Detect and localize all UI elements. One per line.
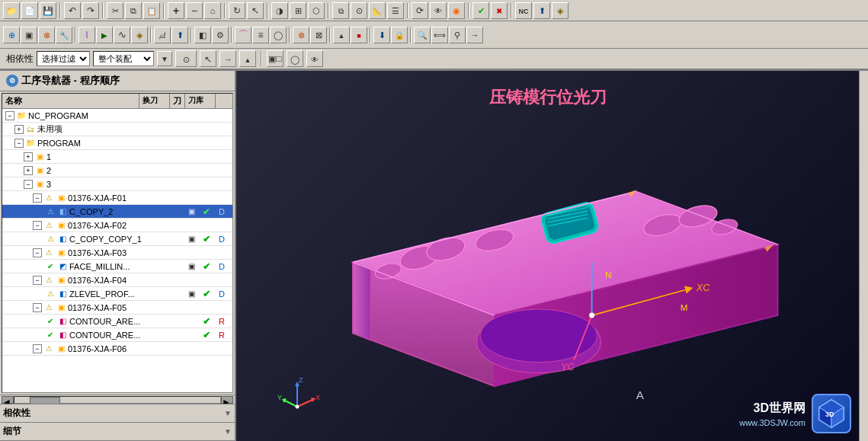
sim-btn[interactable] — [552, 2, 569, 19]
detail-panel[interactable]: 细节 ▼ — [0, 423, 235, 441]
zoom-in-btn[interactable] — [168, 2, 184, 19]
expander[interactable]: − — [33, 303, 42, 312]
gen-all-btn[interactable] — [333, 27, 350, 43]
frame-btn[interactable]: □ — [267, 50, 283, 67]
create-tool-btn[interactable] — [38, 27, 55, 43]
cursor3-btn[interactable] — [239, 50, 256, 67]
shaded-btn[interactable] — [271, 2, 288, 19]
create-op-btn[interactable] — [3, 27, 20, 43]
extra3-btn[interactable] — [449, 27, 466, 43]
redo-btn[interactable] — [82, 2, 99, 19]
props-btn[interactable] — [387, 2, 404, 19]
expander[interactable]: + — [24, 152, 33, 161]
extra4-btn[interactable] — [466, 27, 483, 43]
rotate-btn[interactable] — [229, 2, 245, 19]
scroll-track[interactable] — [14, 396, 221, 404]
wireframe-btn[interactable] — [290, 2, 306, 19]
tree-row[interactable]: ✔ ◧ CONTOUR_ARE... ✔ R — [2, 328, 232, 342]
tree-row[interactable]: − ⚠ ▣ 01376-XJA-F01 — [2, 191, 232, 205]
tree-content[interactable]: − 📁 NC_PROGRAM + 🗂 未用项 − 📁 PROGRAM — [2, 109, 232, 391]
nc-output-btn[interactable] — [171, 27, 188, 43]
tree-row[interactable]: + 🗂 未用项 — [2, 123, 232, 136]
filter-apply-btn[interactable]: ▼ — [157, 51, 172, 66]
undo-btn[interactable] — [64, 2, 81, 19]
nc-btn[interactable] — [515, 2, 532, 19]
fit-btn[interactable] — [204, 2, 221, 19]
scroll-bar[interactable]: ◄ ► — [0, 395, 235, 404]
expander[interactable]: − — [33, 193, 42, 203]
new-btn[interactable] — [3, 2, 20, 19]
cut-btn[interactable] — [107, 2, 123, 19]
eye-btn[interactable] — [430, 2, 447, 19]
x-btn[interactable] — [491, 2, 508, 19]
cursor-mode-btn[interactable] — [200, 50, 216, 67]
tree-row[interactable]: − ▣ 3 — [2, 177, 232, 191]
filter-select[interactable]: 选择过滤器 — [37, 51, 90, 66]
view3d-btn[interactable] — [308, 2, 325, 19]
cursor2-btn[interactable] — [219, 50, 236, 67]
measure-btn[interactable] — [369, 2, 386, 19]
create-geom-btn[interactable] — [21, 27, 37, 43]
tree-row[interactable]: ⚠ ◧ C_COPY_COPY_1 ▣ ✔ D — [2, 232, 232, 246]
stop-btn[interactable] — [351, 27, 367, 43]
copy-btn[interactable] — [125, 2, 142, 19]
assembly-select[interactable]: 整个装配 — [93, 51, 154, 66]
snap-type-btn[interactable] — [175, 50, 197, 67]
zoom-out-btn[interactable] — [186, 2, 203, 19]
scroll-thumb[interactable] — [30, 397, 60, 404]
create-method-btn[interactable] — [56, 27, 72, 43]
path-gen-btn[interactable] — [78, 27, 95, 43]
refresh-btn[interactable] — [412, 2, 428, 19]
drill2-btn[interactable] — [293, 27, 309, 43]
open-btn[interactable] — [21, 2, 38, 19]
setup-btn[interactable] — [212, 27, 229, 43]
tree-row-selected[interactable]: ⚠ ◧ C_COPY_2 ▣ ✔ D — [2, 205, 232, 219]
expander[interactable]: − — [5, 111, 14, 120]
tree-row[interactable]: − 📁 PROGRAM — [2, 136, 232, 150]
tree-row[interactable]: + ▣ 1 — [2, 150, 232, 164]
post-btn[interactable] — [533, 2, 550, 19]
tree-row[interactable]: + ▣ 2 — [2, 164, 232, 177]
pts-btn[interactable] — [287, 50, 303, 67]
scroll-right-btn[interactable]: ► — [221, 396, 233, 404]
extra1-btn[interactable] — [414, 27, 431, 43]
paste-btn[interactable] — [143, 2, 160, 19]
expander[interactable]: + — [14, 125, 24, 134]
tree-row[interactable]: − ⚠ ▣ 01376-XJA-F03 — [2, 246, 232, 260]
post-process-btn[interactable] — [154, 27, 171, 43]
level-btn[interactable] — [252, 27, 269, 43]
layer-btn[interactable] — [332, 2, 349, 19]
expander[interactable]: − — [33, 221, 42, 230]
tree-row[interactable]: − ⚠ ▣ 01376-XJA-F02 — [2, 219, 232, 232]
machine-btn[interactable] — [194, 27, 211, 43]
expander[interactable]: − — [14, 139, 24, 148]
dependence-panel[interactable]: 相依性 ▼ — [0, 404, 235, 423]
path-sim-btn[interactable] — [131, 27, 148, 43]
scroll-left-btn[interactable]: ◄ — [2, 396, 14, 404]
tree-row[interactable]: − 📁 NC_PROGRAM — [2, 109, 232, 123]
expander[interactable]: + — [24, 166, 33, 175]
expander[interactable]: − — [33, 276, 42, 285]
extra2-btn[interactable] — [431, 27, 448, 43]
expander[interactable]: − — [33, 344, 42, 353]
tree-row[interactable]: ✔ ◧ CONTOUR_ARE... ✔ R — [2, 315, 232, 328]
view-btn[interactable] — [306, 50, 323, 67]
pan-btn[interactable] — [247, 2, 264, 19]
path-verify-btn[interactable] — [114, 27, 130, 43]
thread-btn[interactable] — [310, 27, 327, 43]
tree-row[interactable]: ✔ ◩ FACE_MILLIN... ▣ ✔ D — [2, 260, 232, 273]
tree-row[interactable]: ⚠ ◧ ZLEVEL_PROF... ▣ ✔ D — [2, 287, 232, 301]
check-btn[interactable] — [472, 2, 489, 19]
expander[interactable]: − — [33, 248, 42, 257]
lock-btn[interactable] — [391, 27, 408, 43]
import-btn[interactable] — [373, 27, 390, 43]
save-btn[interactable] — [40, 2, 56, 19]
area-btn[interactable] — [270, 27, 287, 43]
contour-btn[interactable] — [235, 27, 251, 43]
path-replay-btn[interactable] — [96, 27, 113, 43]
tree-row[interactable]: − ⚠ ▣ 01376-XJA-F06 — [2, 342, 232, 356]
tree-row[interactable]: − ⚠ ▣ 01376-XJA-F05 — [2, 301, 232, 315]
color-btn[interactable] — [448, 2, 465, 19]
tree-row[interactable]: − ⚠ ▣ 01376-XJA-F04 — [2, 273, 232, 287]
expander[interactable]: − — [24, 180, 33, 189]
